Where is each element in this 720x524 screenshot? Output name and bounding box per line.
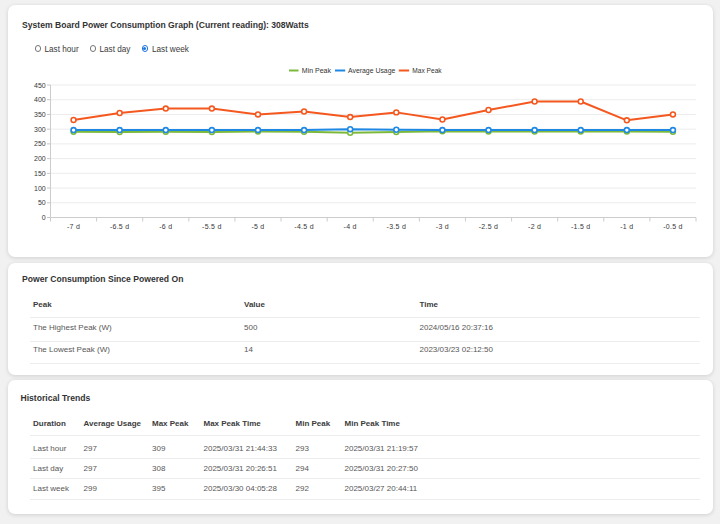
svg-text:-7 d: -7 d: [67, 223, 80, 230]
svg-text:100: 100: [34, 185, 46, 192]
svg-text:300: 300: [34, 126, 46, 133]
svg-text:0: 0: [42, 214, 46, 221]
svg-text:-1 d: -1 d: [620, 223, 633, 230]
svg-text:50: 50: [38, 199, 46, 206]
svg-text:-6 d: -6 d: [159, 223, 172, 230]
svg-text:-3.5 d: -3.5 d: [387, 223, 407, 230]
svg-text:150: 150: [34, 170, 46, 177]
svg-text:-6.5 d: -6.5 d: [110, 223, 130, 230]
svg-text:400: 400: [34, 96, 46, 103]
svg-text:Average Usage: Average Usage: [348, 67, 395, 75]
svg-text:-2.5 d: -2.5 d: [479, 223, 499, 230]
svg-text:-1.5 d: -1.5 d: [571, 223, 591, 230]
svg-text:200: 200: [34, 155, 46, 162]
svg-text:-5.5 d: -5.5 d: [202, 223, 222, 230]
svg-text:250: 250: [34, 140, 46, 147]
svg-text:350: 350: [34, 111, 46, 118]
svg-text:Max Peak: Max Peak: [412, 67, 442, 74]
svg-text:-4.5 d: -4.5 d: [294, 223, 314, 230]
svg-text:-5 d: -5 d: [251, 223, 264, 230]
svg-text:-0.5 d: -0.5 d: [663, 223, 683, 230]
svg-text:-2 d: -2 d: [528, 223, 541, 230]
svg-text:Min Peak: Min Peak: [302, 67, 332, 74]
svg-text:-3 d: -3 d: [436, 223, 449, 230]
svg-text:-4 d: -4 d: [344, 223, 357, 230]
svg-text:450: 450: [34, 82, 46, 89]
